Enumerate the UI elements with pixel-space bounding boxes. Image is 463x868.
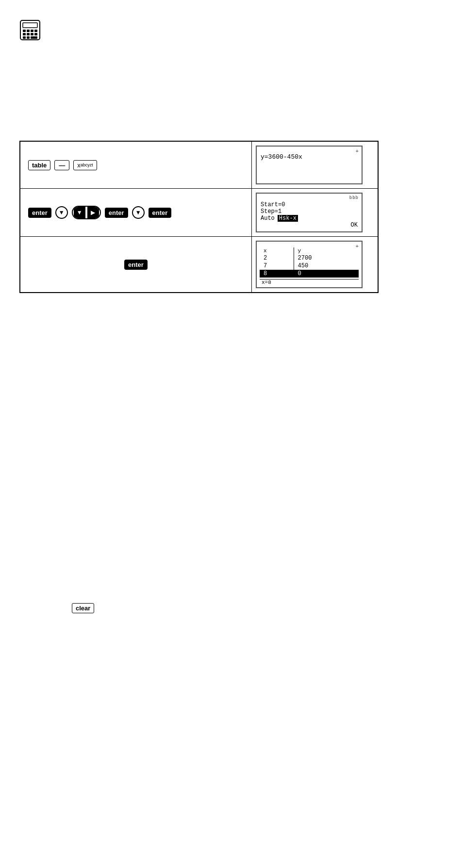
screen-corner-3: + — [355, 244, 359, 249]
svg-rect-7 — [27, 33, 30, 35]
enter-key-1[interactable]: enter — [28, 208, 51, 218]
screen-table-content: x y 2 2700 7 450 — [260, 247, 359, 285]
svg-rect-4 — [31, 30, 33, 32]
table-footer: x=8 — [260, 279, 359, 285]
table-row: table — xabcyzt + y=3600-450x — [20, 141, 378, 189]
svg-rect-3 — [27, 30, 30, 32]
screen-line-step: Step=1 — [261, 208, 358, 215]
svg-rect-8 — [31, 33, 33, 35]
screen-line-start: Start=0 — [261, 201, 358, 208]
table-inner: x y 2 2700 7 450 — [260, 247, 359, 278]
col-header-x: x — [260, 247, 294, 254]
down-key-1[interactable]: ▼ — [55, 206, 68, 219]
screen-cell-1: + y=3600-450x — [252, 141, 378, 189]
screen-2: bbb Start=0 Step=1 Auto Hsk-x OK — [256, 193, 363, 232]
table-data-row-2: 7 450 — [260, 262, 359, 270]
cell-x-2: 7 — [260, 262, 294, 270]
screen-content-2: Start=0 Step=1 Auto Hsk-x OK — [261, 201, 358, 229]
calculator-icon — [19, 19, 41, 41]
table-data-row-3: 8 0 — [260, 270, 359, 278]
svg-rect-6 — [23, 33, 26, 35]
steps-cell-3: enter — [20, 237, 252, 293]
instruction-table: table — xabcyzt + y=3600-450x enter ▼ — [19, 141, 379, 293]
steps-row-2: enter ▼ ▼ ▶ enter ▼ enter — [27, 206, 245, 219]
svg-rect-10 — [23, 36, 26, 39]
steps-row-3: enter — [27, 260, 245, 270]
down-key-3[interactable]: ▼ — [132, 206, 145, 219]
steps-row-1: table — xabcyzt — [27, 160, 245, 170]
xabc-key[interactable]: xabcyzt — [73, 160, 97, 170]
svg-rect-2 — [23, 30, 26, 32]
cell-x-3-highlighted: 8 — [260, 270, 294, 278]
cell-x-1: 2 — [260, 254, 294, 262]
clear-button[interactable]: clear — [71, 603, 95, 613]
svg-rect-9 — [34, 33, 37, 35]
screen-text-1: y=3600-450x — [261, 153, 302, 161]
screen-content-1: y=3600-450x — [261, 153, 358, 161]
enter-key-3[interactable]: enter — [149, 208, 172, 218]
steps-cell-1: table — xabcyzt — [20, 141, 252, 189]
hsk-highlighted: Hsk-x — [278, 215, 298, 222]
screen-3: + x y 2 2700 — [256, 241, 363, 288]
screen-cell-2: bbb Start=0 Step=1 Auto Hsk-x OK — [252, 189, 378, 237]
screen-cell-3: + x y 2 2700 — [252, 237, 378, 293]
table-data-row-1: 2 2700 — [260, 254, 359, 262]
cell-y-1: 2700 — [294, 254, 359, 262]
enter-key-4[interactable]: enter — [124, 260, 148, 270]
screen-corner-2: bbb — [349, 196, 359, 200]
screen-line-auto: Auto Hsk-x — [261, 215, 358, 222]
cell-y-3-highlighted: 0 — [294, 270, 359, 278]
screen-corner-1: + — [355, 148, 359, 154]
table-row: enter ▼ ▼ ▶ enter ▼ enter bbb Start=0 St… — [20, 189, 378, 237]
clear-key[interactable]: clear — [72, 603, 94, 613]
steps-cell-2: enter ▼ ▼ ▶ enter ▼ enter — [20, 189, 252, 237]
screen-1: + y=3600-450x — [256, 146, 363, 184]
cell-y-2: 450 — [294, 262, 359, 270]
enter-key-2[interactable]: enter — [105, 208, 128, 218]
table-key[interactable]: table — [28, 160, 50, 170]
svg-rect-1 — [23, 23, 37, 28]
minus-key[interactable]: — — [54, 160, 69, 170]
svg-rect-11 — [27, 36, 30, 39]
svg-rect-12 — [31, 36, 37, 39]
table-row: enter + x y 2 — [20, 237, 378, 293]
svg-rect-5 — [34, 30, 37, 32]
right-key-1[interactable]: ▶ — [87, 207, 99, 218]
down-key-2[interactable]: ▼ — [74, 207, 85, 218]
col-header-y: y — [294, 247, 359, 254]
screen-ok: OK — [261, 222, 358, 229]
